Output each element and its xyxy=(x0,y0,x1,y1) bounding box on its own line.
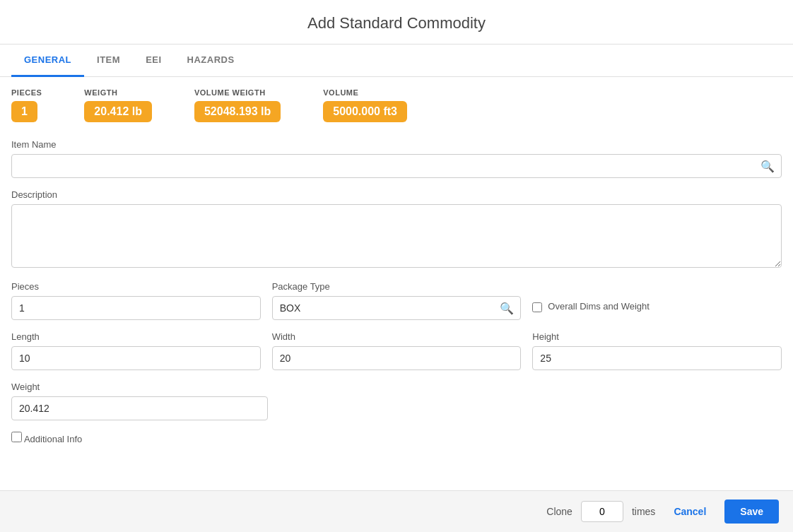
width-label: Width xyxy=(272,331,522,342)
description-input[interactable] xyxy=(11,204,782,268)
package-type-search-icon[interactable]: 🔍 xyxy=(500,302,514,315)
pieces-col: Pieces xyxy=(11,281,261,331)
summary-pieces-value: 1 xyxy=(11,101,37,122)
description-label: Description xyxy=(11,189,782,200)
width-col: Width xyxy=(272,331,522,382)
weight-group: Weight xyxy=(11,382,268,420)
summary-pieces: PIECES 1 xyxy=(11,88,42,122)
summary-weight: WEIGTH 20.412 lb xyxy=(84,88,152,122)
page-title: Add Standard Commodity xyxy=(0,14,793,32)
overall-dims-checkbox[interactable] xyxy=(532,302,542,312)
overall-dims-group: Overall Dims and Weight xyxy=(532,281,782,312)
length-input[interactable] xyxy=(11,346,261,370)
description-group: Description xyxy=(11,189,782,270)
additional-info-checkbox[interactable] xyxy=(11,432,22,442)
item-name-search-icon[interactable]: 🔍 xyxy=(760,160,775,173)
height-input[interactable] xyxy=(532,346,782,370)
overall-dims-label: Overall Dims and Weight xyxy=(548,301,650,312)
pieces-package-row: Pieces Package Type 🔍 Overall Dims and W… xyxy=(11,281,782,331)
save-button[interactable]: Save xyxy=(724,500,779,505)
height-group: Height xyxy=(532,331,782,370)
tab-eei[interactable]: EEI xyxy=(133,45,174,77)
additional-info-label: Additional Info xyxy=(24,434,82,444)
item-name-label: Item Name xyxy=(11,139,782,150)
summary-volume: VOLUME 5000.000 ft3 xyxy=(323,88,407,122)
package-type-label: Package Type xyxy=(272,281,522,292)
width-group: Width xyxy=(272,331,522,370)
weight-label: Weight xyxy=(11,382,268,392)
summary-bar: PIECES 1 WEIGTH 20.412 lb VOLUME WEIGTH … xyxy=(0,77,793,128)
additional-info-group: Additional Info xyxy=(11,432,782,444)
dimensions-row: Length Width Height xyxy=(11,331,782,382)
footer-bar: Clone times Cancel Save xyxy=(0,490,793,505)
summary-volume-weight-label: VOLUME WEIGTH xyxy=(194,88,281,97)
cancel-button[interactable]: Cancel xyxy=(664,500,716,505)
page-header: Add Standard Commodity xyxy=(0,0,793,45)
summary-volume-weight-value: 52048.193 lb xyxy=(194,101,281,122)
pieces-input[interactable] xyxy=(11,296,261,320)
summary-volume-value: 5000.000 ft3 xyxy=(323,101,407,122)
item-name-input-wrapper: 🔍 xyxy=(11,154,782,178)
summary-pieces-label: PIECES xyxy=(11,88,42,97)
tab-bar: GENERAL ITEM EEI HAZARDS xyxy=(0,45,793,77)
overall-dims-col: Overall Dims and Weight xyxy=(532,281,782,331)
height-label: Height xyxy=(532,331,782,342)
pieces-label: Pieces xyxy=(11,281,261,292)
package-type-col: Package Type 🔍 xyxy=(272,281,522,331)
item-name-group: Item Name 🔍 xyxy=(11,139,782,178)
length-label: Length xyxy=(11,331,261,342)
form-section: Item Name 🔍 Description Pieces Package T… xyxy=(0,128,793,444)
length-group: Length xyxy=(11,331,261,370)
weight-row: Weight xyxy=(11,382,782,432)
package-type-input[interactable] xyxy=(272,296,522,320)
package-type-group: Package Type 🔍 xyxy=(272,281,522,320)
summary-volume-label: VOLUME xyxy=(323,88,407,97)
package-type-input-wrapper: 🔍 xyxy=(272,296,522,320)
tab-hazards[interactable]: HAZARDS xyxy=(175,45,247,77)
summary-weight-label: WEIGTH xyxy=(84,88,152,97)
pieces-group: Pieces xyxy=(11,281,261,320)
width-input[interactable] xyxy=(272,346,522,370)
item-name-input[interactable] xyxy=(11,154,782,178)
length-col: Length xyxy=(11,331,261,382)
additional-info-checkbox-label[interactable]: Additional Info xyxy=(11,432,782,444)
weight-col: Weight xyxy=(11,382,268,432)
weight-input[interactable] xyxy=(11,396,268,420)
tab-general[interactable]: GENERAL xyxy=(11,45,84,77)
height-col: Height xyxy=(532,331,782,382)
tab-item[interactable]: ITEM xyxy=(84,45,133,77)
summary-volume-weight: VOLUME WEIGTH 52048.193 lb xyxy=(194,88,281,122)
clone-input[interactable] xyxy=(581,501,623,505)
summary-weight-value: 20.412 lb xyxy=(84,101,152,122)
